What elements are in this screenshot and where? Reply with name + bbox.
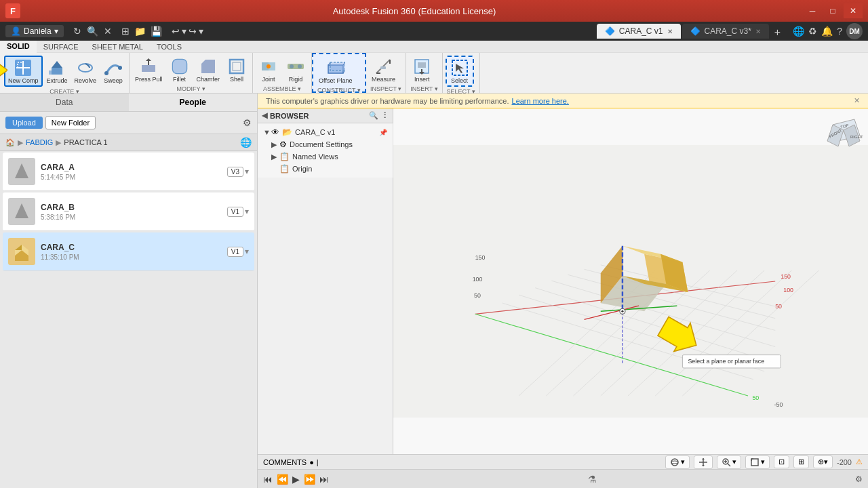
shell-button[interactable]: Shell [224,56,250,84]
people-tab[interactable]: People [129,94,258,111]
warning-close-icon[interactable]: ✕ [854,96,860,105]
select-button[interactable]: Select [446,56,474,87]
assemble-dropdown-icon[interactable]: ▾ [298,85,301,92]
help-globe-icon[interactable]: 🌐 [793,26,804,37]
tree-item-named-views[interactable]: ▶ 📋 Named Views [258,150,393,163]
display-mode-button[interactable]: ⊡ [774,455,789,468]
insert-button[interactable]: Insert [409,56,435,84]
file-item-cara-a[interactable]: CARA_A 5:14:45 PM V3 ▾ [3,152,254,191]
new-component-button[interactable]: New Comp [4,56,43,87]
tab-close2-button[interactable]: ✕ [755,28,761,35]
breadcrumb-globe-icon[interactable]: 🌐 [240,137,252,148]
measure-button[interactable]: Measure [369,56,398,84]
ribbon-tab-solid[interactable]: SOLID [0,41,37,53]
offset-plane-button[interactable]: Offset Plane [316,57,355,85]
add-tab-button[interactable]: + [770,26,785,39]
new-folder-button[interactable]: New Folder [45,116,96,129]
tree-item-doc-settings[interactable]: ▶ ⚙ Document Settings [258,138,393,150]
tree-item-origin[interactable]: ▶ 📋 Origin [258,163,393,175]
fit-button[interactable]: ▾ [745,455,770,469]
app-logo: F [5,3,20,18]
tree-root-pin-icon[interactable]: 📌 [379,129,387,136]
svg-text:50: 50 [775,303,782,310]
anim-rewind-button[interactable]: ⏮ [263,474,273,485]
close-x-icon[interactable]: ✕ [104,26,112,37]
viewport[interactable]: 150 100 50 50 -50 150 100 50 [393,108,868,454]
insert-dropdown-icon[interactable]: ▾ [435,85,438,92]
offset-plane-icon [326,58,346,77]
home-icon[interactable]: 🏠 [5,138,15,147]
redo-dropdown-icon[interactable]: ▾ [199,26,203,37]
warning-link[interactable]: Learn more here. [512,97,569,105]
tab-close-button[interactable]: ✕ [667,28,673,35]
account-avatar[interactable]: DM [846,23,863,39]
tab-cara-c-v3[interactable]: 🔷 CARA_C v3* ✕ [682,24,769,39]
orbit-button[interactable]: ▾ [665,455,690,469]
file-icon[interactable]: 📁 [134,26,146,37]
modify-dropdown-icon[interactable]: ▾ [202,85,205,92]
sweep-button[interactable]: Sweep [100,57,126,85]
grid-view-icon[interactable]: ⊞ [121,26,130,37]
file-version-cara-c[interactable]: V1 [227,247,243,257]
close-button[interactable]: ✕ [844,3,863,18]
ribbon-tab-tools[interactable]: TOOLS [150,41,189,52]
nav-cube[interactable]: TOP FRONT RIGHT [822,114,863,155]
construct-dropdown-icon[interactable]: ▾ [357,87,361,94]
question-icon[interactable]: ? [837,26,842,37]
chamfer-button[interactable]: Chamfer [194,56,223,84]
minimize-button[interactable]: ─ [803,3,822,18]
search-icon[interactable]: 🔍 [87,26,98,37]
file-version-cara-a[interactable]: V3 [227,167,243,177]
ribbon-tab-surface[interactable]: SURFACE [37,41,85,52]
file-item-cara-c[interactable]: CARA_C 11:35:10 PM V1 ▾ [3,232,254,271]
anim-settings-icon[interactable]: ⚙ [855,474,863,484]
refresh-icon[interactable]: ↻ [73,26,81,37]
tree-toggle-root[interactable]: ▼ [263,128,271,136]
notifications-icon[interactable]: 🔔 [821,26,833,37]
inspect-dropdown-icon[interactable]: ▾ [398,85,401,92]
press-pull-button[interactable]: Press Pull [132,56,165,84]
undo-dropdown-icon[interactable]: ▾ [182,26,186,37]
rigid-group-button[interactable]: Rigid [283,56,309,84]
tree-toggle-views[interactable]: ▶ [271,152,279,161]
chamfer-icon [198,57,218,76]
environment-button[interactable]: ⊕▾ [813,455,833,468]
upload-button[interactable]: Upload [5,117,43,129]
breadcrumb-fabdig[interactable]: FABDIG [26,138,53,146]
tree-origin-label: Origin [292,165,312,173]
data-tab[interactable]: Data [0,94,129,111]
tree-toggle-doc[interactable]: ▶ [271,140,279,149]
browser-collapse-icon[interactable]: ◀ [262,111,267,120]
file-version-cara-b[interactable]: V1 [227,207,243,217]
anim-filter-icon[interactable]: ⚗ [588,474,597,485]
save-icon[interactable]: 💾 [151,26,162,37]
tree-root-item[interactable]: ▼ 👁 📂 CARA_C v1 📌 [258,126,393,138]
ribbon-tab-sheet-metal[interactable]: SHEET METAL [85,41,150,52]
anim-next-button[interactable]: ⏩ [304,474,315,485]
revolve-button[interactable]: Revolve [72,57,100,85]
maximize-button[interactable]: □ [823,3,842,18]
browser-options-icon[interactable]: ⋮ [381,111,389,120]
anim-end-button[interactable]: ⏭ [319,474,329,485]
anim-play-button[interactable]: ▶ [292,474,300,485]
tab-cara-c-v1[interactable]: 🔷 CARA_C v1 ✕ [597,24,681,39]
zoom-button[interactable]: ▾ [717,455,741,469]
ribbon-section-assemble: Joint Rigid ASSEMBLE ▾ [253,53,312,93]
grid-button[interactable]: ⊞ [793,455,809,468]
settings-gear-icon[interactable]: ⚙ [243,117,252,128]
svg-text:150: 150 [781,273,791,280]
extrude-button[interactable]: Extrude [44,57,71,85]
user-menu[interactable]: 👤 Daniela ▾ [5,25,64,37]
file-item-cara-b[interactable]: CARA_B 5:38:16 PM V1 ▾ [3,192,254,231]
help-icon[interactable]: ♻ [808,26,817,37]
pan-button[interactable] [694,455,713,469]
undo-icon[interactable]: ↩ [172,26,180,37]
measure-icon [373,57,393,76]
browser-search-icon[interactable]: 🔍 [369,111,378,120]
fillet-button[interactable]: Fillet [167,56,193,84]
new-component-label: New Comp [8,77,39,84]
redo-icon[interactable]: ↪ [189,26,197,37]
anim-prev-button[interactable]: ⏪ [277,474,288,485]
comments-toggle-icon[interactable]: ● [309,458,314,466]
joint-button[interactable]: Joint [256,56,281,84]
